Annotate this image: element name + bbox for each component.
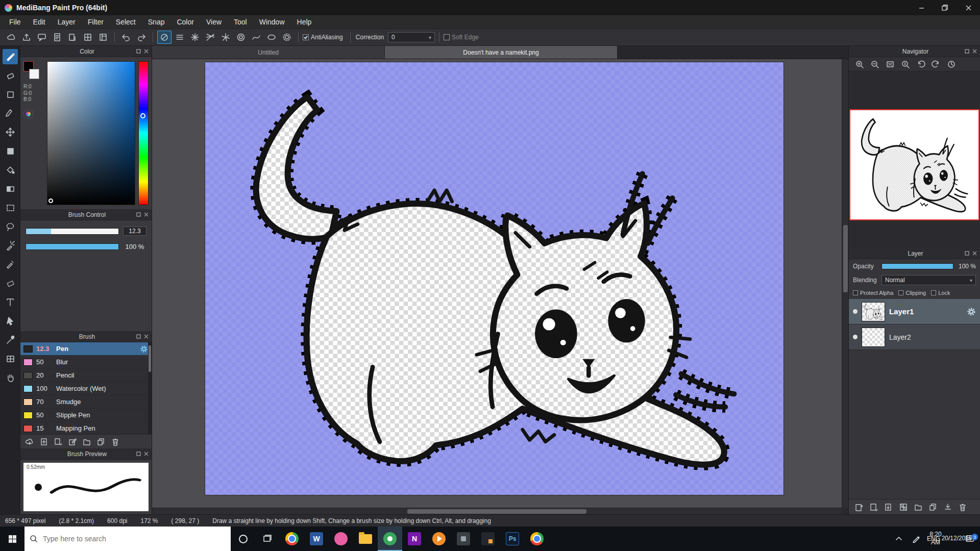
layer-folder-icon[interactable] [912, 501, 924, 513]
horizontal-scroll-thumb[interactable] [407, 509, 586, 514]
app-dark-icon[interactable] [451, 527, 476, 551]
snap-parallel-icon[interactable] [173, 31, 187, 44]
cortana-button[interactable] [231, 527, 255, 551]
close-icon[interactable] [144, 49, 149, 54]
hue-cursor[interactable] [140, 113, 145, 118]
convert-layer-icon[interactable] [883, 501, 895, 513]
add-brush-icon[interactable] [38, 436, 50, 447]
document-canvas[interactable] [205, 62, 783, 495]
menu-item[interactable]: Edit [27, 15, 52, 29]
popout-icon[interactable] [136, 334, 141, 339]
tray-expand-icon[interactable] [890, 536, 908, 541]
brush-tool[interactable] [3, 49, 18, 64]
snap-vanishing-icon[interactable] [203, 31, 217, 44]
actual-size-icon[interactable] [899, 58, 912, 70]
brush-size-slider[interactable] [26, 228, 119, 235]
pen-settings-icon[interactable] [908, 535, 925, 543]
snap-curve-icon[interactable] [249, 31, 263, 44]
protect-alpha-checkbox[interactable]: Protect Alpha [853, 290, 893, 296]
delete-layer-icon[interactable] [957, 501, 969, 513]
edit-brush-icon[interactable] [66, 436, 79, 447]
chrome-2-taskbar-icon[interactable] [525, 527, 549, 551]
document-tab[interactable]: Doesn't have a namekit.png [385, 46, 618, 59]
layer-opacity-slider[interactable] [881, 263, 953, 269]
add-brush-menu-icon[interactable] [52, 436, 64, 447]
file-explorer-icon[interactable] [353, 527, 378, 551]
snap-radial-icon[interactable] [218, 31, 233, 44]
popout-icon[interactable] [136, 452, 141, 456]
rotate-right-icon[interactable] [929, 58, 943, 70]
brush-size-value[interactable]: 12.3 [123, 227, 146, 236]
search-input[interactable] [42, 534, 226, 543]
brush-list-item[interactable]: 100 Watercolor (Wet) [20, 382, 152, 395]
hand-tool[interactable] [3, 370, 18, 385]
snap-off-icon[interactable] [157, 31, 172, 44]
close-icon[interactable] [972, 49, 977, 54]
medibang-taskbar-icon[interactable] [378, 527, 402, 551]
brush-list-item[interactable]: 15 Mapping Pen [20, 422, 152, 434]
close-icon[interactable] [144, 452, 149, 456]
delete-brush-icon[interactable] [109, 436, 121, 447]
onenote-taskbar-icon[interactable]: N [402, 527, 427, 551]
snap-concentric-icon[interactable] [234, 31, 248, 44]
page-text-icon[interactable] [50, 31, 64, 44]
brush-folder-icon[interactable] [81, 436, 93, 447]
vertical-scroll-thumb[interactable] [843, 225, 848, 292]
word-taskbar-icon[interactable]: W [304, 527, 329, 551]
fit-window-icon[interactable] [884, 58, 897, 70]
hue-slider[interactable] [138, 61, 149, 205]
vertical-scrollbar[interactable] [842, 59, 848, 508]
layer-settings-icon[interactable] [967, 307, 976, 316]
brush-list-item[interactable]: 70 Smudge [20, 395, 152, 409]
bucket-tool[interactable] [3, 162, 18, 178]
eyedropper-tool[interactable] [3, 332, 18, 347]
navigator-thumbnail[interactable] [849, 109, 979, 220]
gradient-tool[interactable] [3, 181, 18, 196]
close-button[interactable] [957, 0, 980, 15]
layer-visibility-toggle[interactable] [853, 309, 857, 314]
select-pen-tool[interactable] [3, 257, 18, 272]
menu-item[interactable]: Layer [52, 15, 82, 29]
start-button[interactable] [0, 527, 24, 551]
restore-button[interactable] [933, 0, 957, 15]
redo-icon[interactable] [134, 31, 149, 44]
brush-list-scrollbar[interactable] [148, 342, 152, 434]
app-dark-2-icon[interactable] [476, 527, 500, 551]
menu-item[interactable]: File [3, 15, 27, 29]
publish-icon[interactable] [19, 31, 34, 44]
media-player-icon[interactable] [427, 527, 451, 551]
comment-icon[interactable] [35, 31, 49, 44]
clock[interactable]: 8:20 AM 20/12/2019 [942, 531, 960, 546]
add-layer-menu-icon[interactable] [868, 501, 880, 513]
antialiasing-checkbox[interactable] [303, 34, 309, 40]
sv-cursor[interactable] [48, 198, 53, 203]
select-tool[interactable] [3, 200, 18, 215]
soft-edge-checkbox[interactable] [444, 34, 450, 40]
close-icon[interactable] [144, 212, 149, 217]
rotate-left-icon[interactable] [914, 58, 927, 70]
horizontal-scrollbar[interactable] [152, 508, 842, 514]
text-tool[interactable] [3, 294, 18, 310]
brush-list-item[interactable]: 20 Pencil [20, 369, 152, 382]
comic-panel-icon[interactable] [81, 31, 95, 44]
menu-item[interactable]: Tool [228, 15, 253, 29]
menu-item[interactable]: Color [170, 15, 200, 29]
layer-row[interactable]: Layer1 [849, 299, 980, 324]
fill-rect-tool[interactable] [3, 143, 18, 159]
task-view-button[interactable] [255, 527, 280, 551]
zoom-in-icon[interactable] [853, 58, 866, 70]
material-panel-icon[interactable] [96, 31, 110, 44]
operation-tool[interactable] [3, 313, 18, 329]
close-icon[interactable] [144, 334, 149, 339]
brush-opacity-slider[interactable] [26, 243, 119, 250]
brush-list-item[interactable]: 50 Stipple Pen [20, 409, 152, 422]
menu-item[interactable]: Filter [82, 15, 110, 29]
menu-item[interactable]: Window [253, 15, 291, 29]
layer-visibility-toggle[interactable] [853, 335, 857, 339]
correction-dropdown[interactable]: 0 [388, 32, 435, 42]
shape-brush-tool[interactable] [3, 87, 18, 102]
lasso-tool[interactable] [3, 219, 18, 234]
background-swatch[interactable] [29, 69, 39, 79]
popout-icon[interactable] [136, 49, 141, 54]
taskbar-search[interactable] [24, 527, 231, 551]
